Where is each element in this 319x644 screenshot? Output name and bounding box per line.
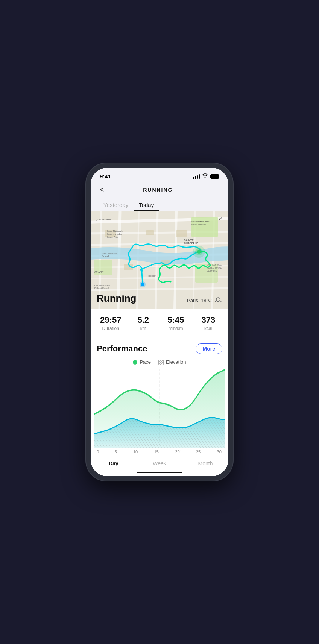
svg-text:SAINTE-: SAINTE- <box>184 239 195 242</box>
back-button[interactable]: < <box>98 184 106 196</box>
legend-elevation: Elevation <box>158 359 186 365</box>
stat-duration: 29:57 Duration <box>94 315 127 331</box>
x-axis-labels: 0 5' 10' 15' 20' 25' 30' <box>91 448 228 456</box>
map-section: Quai Voltaire Ecole Nationale Superieure… <box>91 211 228 309</box>
x-label-10: 10' <box>133 450 138 454</box>
battery-icon <box>210 174 219 179</box>
svg-text:Universite Paris: Universite Paris <box>94 284 110 287</box>
stat-duration-value: 29:57 <box>94 315 127 325</box>
weather-info: Paris, 18°C <box>187 296 222 304</box>
tab-week[interactable]: Week <box>137 456 182 469</box>
svg-text:Square de la Tour: Square de la Tour <box>191 220 209 223</box>
phone-screen: 9:41 <box>91 168 228 476</box>
svg-text:ODÉON: ODÉON <box>148 275 156 277</box>
weather-text: Paris, 18°C <box>187 298 212 303</box>
signal-bars-icon <box>193 174 200 179</box>
x-label-30: 30' <box>217 450 222 454</box>
activity-label: Running <box>97 293 136 304</box>
stat-distance-value: 5.2 <box>127 315 160 325</box>
stat-pace: 5:45 min/km <box>160 315 192 331</box>
x-label-15: 15' <box>154 450 160 454</box>
tab-today[interactable]: Today <box>134 199 159 211</box>
map-overlay: Running Paris, 18°C <box>91 289 228 309</box>
status-time: 9:41 <box>100 173 111 179</box>
tab-day[interactable]: Day <box>91 456 137 469</box>
tab-nav: Yesterday Today <box>91 199 228 211</box>
svg-text:School: School <box>102 255 109 257</box>
stat-calories: 373 kcal <box>192 315 225 331</box>
bottom-nav: Day Week Month <box>91 456 228 469</box>
weather-icon <box>214 296 222 304</box>
svg-text:Quai Voltaire: Quai Voltaire <box>96 218 111 221</box>
status-bar: 9:41 <box>91 168 228 182</box>
home-bar <box>137 472 182 473</box>
elevation-legend-icon <box>158 360 164 365</box>
legend-pace: Pace <box>133 359 151 365</box>
svg-text:IPAG Business: IPAG Business <box>102 252 117 255</box>
stat-pace-value: 5:45 <box>160 315 192 325</box>
performance-chart <box>94 369 225 448</box>
svg-text:CHAPELLE: CHAPELLE <box>184 242 198 245</box>
svg-point-25 <box>141 283 144 286</box>
pace-legend-label: Pace <box>140 359 151 365</box>
more-button[interactable]: More <box>196 343 222 354</box>
stat-calories-unit: kcal <box>192 326 225 331</box>
header-title: RUNNING <box>106 187 210 193</box>
performance-title: Performance <box>97 344 147 354</box>
chart-container <box>91 369 228 448</box>
status-icons <box>193 173 219 179</box>
svg-text:NOTRE-DAME: NOTRE-DAME <box>207 267 222 269</box>
pace-legend-dot <box>133 360 137 365</box>
wifi-icon <box>202 173 208 179</box>
svg-text:Ecole Nationale: Ecole Nationale <box>107 230 123 232</box>
x-label-0: 0 <box>97 450 99 454</box>
svg-text:Saint-Jacques: Saint-Jacques <box>191 223 206 226</box>
svg-text:Beaux Arts: Beaux Arts <box>107 236 118 238</box>
stat-calories-value: 373 <box>192 315 225 325</box>
svg-text:6E ARR.: 6E ARR. <box>94 271 105 273</box>
phone-frame: 9:41 <box>86 163 233 481</box>
stat-distance: 5.2 km <box>127 315 160 331</box>
tab-yesterday[interactable]: Yesterday <box>98 199 134 211</box>
expand-icon[interactable]: ↙ <box>218 215 223 222</box>
svg-text:CATHÉDRALE: CATHÉDRALE <box>207 264 222 266</box>
elevation-legend-label: Elevation <box>166 359 186 365</box>
performance-section: Performance More Pace Elevation <box>91 337 228 456</box>
svg-point-28 <box>197 250 201 254</box>
x-label-20: 20' <box>175 450 180 454</box>
app-header: < RUNNING <box>91 182 228 199</box>
home-indicator <box>91 469 228 476</box>
stat-distance-unit: km <box>127 326 160 331</box>
chart-legend: Pace Elevation <box>91 357 228 369</box>
performance-header: Performance More <box>91 337 228 357</box>
stats-row: 29:57 Duration 5.2 km 5:45 min/km 373 kc… <box>91 309 228 337</box>
x-label-25: 25' <box>196 450 201 454</box>
svg-text:Superieure des: Superieure des <box>107 233 122 235</box>
x-label-5: 5' <box>114 450 117 454</box>
svg-text:DE PARIS: DE PARIS <box>207 270 217 272</box>
stat-pace-unit: min/km <box>160 326 192 331</box>
stat-duration-unit: Duration <box>94 326 127 331</box>
tab-month[interactable]: Month <box>182 456 228 469</box>
svg-point-46 <box>216 298 220 301</box>
